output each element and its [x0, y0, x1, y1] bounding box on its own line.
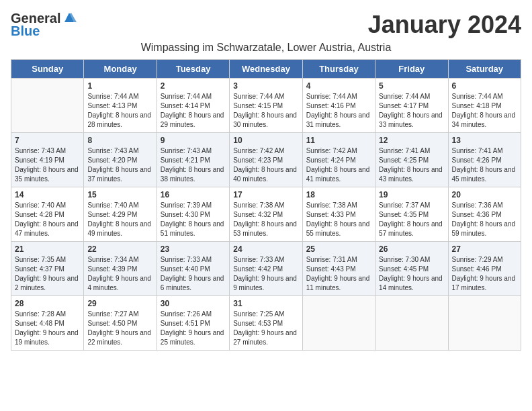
- day-number: 14: [15, 190, 80, 199]
- day-info: Sunrise: 7:38 AMSunset: 4:33 PMDaylight:…: [306, 201, 371, 238]
- day-info: Sunrise: 7:39 AMSunset: 4:30 PMDaylight:…: [161, 201, 226, 238]
- day-info: Sunrise: 7:44 AMSunset: 4:15 PMDaylight:…: [233, 92, 298, 130]
- weekday-header-friday: Friday: [375, 60, 448, 79]
- day-number: 17: [233, 190, 298, 199]
- location-subtitle: Wimpassing im Schwarzatale, Lower Austri…: [11, 42, 521, 54]
- calendar-day-cell: [375, 296, 448, 351]
- calendar-day-cell: 29Sunrise: 7:27 AMSunset: 4:50 PMDayligh…: [84, 296, 157, 351]
- weekday-header-thursday: Thursday: [302, 60, 375, 79]
- day-number: 22: [87, 244, 152, 254]
- calendar-day-cell: 5Sunrise: 7:44 AMSunset: 4:17 PMDaylight…: [375, 79, 448, 133]
- calendar-day-cell: 11Sunrise: 7:42 AMSunset: 4:24 PMDayligh…: [302, 133, 375, 187]
- calendar-day-cell: 7Sunrise: 7:43 AMSunset: 4:19 PMDaylight…: [11, 133, 84, 187]
- day-info: Sunrise: 7:37 AMSunset: 4:35 PMDaylight:…: [379, 201, 444, 238]
- day-info: Sunrise: 7:28 AMSunset: 4:48 PMDaylight:…: [15, 310, 80, 347]
- day-info: Sunrise: 7:44 AMSunset: 4:14 PMDaylight:…: [161, 92, 226, 130]
- calendar-day-cell: 10Sunrise: 7:42 AMSunset: 4:23 PMDayligh…: [230, 133, 302, 187]
- calendar-day-cell: 25Sunrise: 7:31 AMSunset: 4:43 PMDayligh…: [302, 242, 375, 296]
- calendar-day-cell: [302, 296, 375, 351]
- calendar-week-row: 1Sunrise: 7:44 AMSunset: 4:13 PMDaylight…: [11, 79, 521, 133]
- calendar-week-row: 7Sunrise: 7:43 AMSunset: 4:19 PMDaylight…: [11, 133, 521, 187]
- day-number: 20: [452, 190, 517, 199]
- day-info: Sunrise: 7:40 AMSunset: 4:29 PMDaylight:…: [87, 201, 152, 238]
- day-info: Sunrise: 7:26 AMSunset: 4:51 PMDaylight:…: [161, 310, 226, 347]
- day-number: 7: [15, 136, 80, 145]
- day-info: Sunrise: 7:29 AMSunset: 4:46 PMDaylight:…: [452, 255, 517, 293]
- day-number: 10: [233, 136, 298, 145]
- calendar-week-row: 14Sunrise: 7:40 AMSunset: 4:28 PMDayligh…: [11, 187, 521, 242]
- calendar-day-cell: 27Sunrise: 7:29 AMSunset: 4:46 PMDayligh…: [448, 242, 521, 296]
- day-number: 9: [161, 136, 226, 145]
- day-number: 18: [306, 190, 371, 199]
- calendar-day-cell: 8Sunrise: 7:43 AMSunset: 4:20 PMDaylight…: [84, 133, 157, 187]
- day-number: 24: [233, 244, 298, 254]
- day-info: Sunrise: 7:27 AMSunset: 4:50 PMDaylight:…: [87, 310, 152, 347]
- day-number: 31: [233, 299, 298, 308]
- calendar-day-cell: 24Sunrise: 7:33 AMSunset: 4:42 PMDayligh…: [230, 242, 302, 296]
- day-info: Sunrise: 7:33 AMSunset: 4:42 PMDaylight:…: [233, 255, 298, 293]
- day-info: Sunrise: 7:31 AMSunset: 4:43 PMDaylight:…: [306, 255, 371, 293]
- weekday-header-sunday: Sunday: [11, 60, 84, 79]
- calendar-day-cell: 31Sunrise: 7:25 AMSunset: 4:53 PMDayligh…: [230, 296, 302, 351]
- day-number: 12: [379, 136, 444, 145]
- day-number: 26: [379, 244, 444, 254]
- day-number: 8: [87, 136, 152, 145]
- day-number: 19: [379, 190, 444, 199]
- calendar-day-cell: 15Sunrise: 7:40 AMSunset: 4:29 PMDayligh…: [84, 187, 157, 242]
- day-info: Sunrise: 7:43 AMSunset: 4:21 PMDaylight:…: [161, 146, 226, 184]
- calendar-day-cell: [11, 79, 84, 133]
- weekday-header-tuesday: Tuesday: [157, 60, 229, 79]
- day-number: 15: [87, 190, 152, 199]
- weekday-header-monday: Monday: [84, 60, 157, 79]
- calendar-day-cell: 19Sunrise: 7:37 AMSunset: 4:35 PMDayligh…: [375, 187, 448, 242]
- calendar-day-cell: 14Sunrise: 7:40 AMSunset: 4:28 PMDayligh…: [11, 187, 84, 242]
- day-number: 4: [306, 81, 371, 91]
- weekday-header-wednesday: Wednesday: [230, 60, 302, 79]
- calendar-day-cell: 30Sunrise: 7:26 AMSunset: 4:51 PMDayligh…: [157, 296, 229, 351]
- day-info: Sunrise: 7:40 AMSunset: 4:28 PMDaylight:…: [15, 201, 80, 238]
- calendar-day-cell: 28Sunrise: 7:28 AMSunset: 4:48 PMDayligh…: [11, 296, 84, 351]
- day-info: Sunrise: 7:33 AMSunset: 4:40 PMDaylight:…: [161, 255, 226, 293]
- day-number: 25: [306, 244, 371, 254]
- day-info: Sunrise: 7:35 AMSunset: 4:37 PMDaylight:…: [15, 255, 80, 293]
- calendar-table: SundayMondayTuesdayWednesdayThursdayFrid…: [11, 59, 521, 351]
- calendar-week-row: 28Sunrise: 7:28 AMSunset: 4:48 PMDayligh…: [11, 296, 521, 351]
- day-info: Sunrise: 7:44 AMSunset: 4:18 PMDaylight:…: [452, 92, 517, 130]
- day-number: 29: [87, 299, 152, 308]
- day-number: 30: [161, 299, 226, 308]
- day-info: Sunrise: 7:42 AMSunset: 4:24 PMDaylight:…: [306, 146, 371, 184]
- calendar-day-cell: 23Sunrise: 7:33 AMSunset: 4:40 PMDayligh…: [157, 242, 229, 296]
- logo-icon: [62, 10, 77, 25]
- page-header: General Blue January 2024: [11, 11, 521, 39]
- day-info: Sunrise: 7:41 AMSunset: 4:25 PMDaylight:…: [379, 146, 444, 184]
- day-number: 6: [452, 81, 517, 91]
- day-info: Sunrise: 7:43 AMSunset: 4:20 PMDaylight:…: [87, 146, 152, 184]
- day-number: 16: [161, 190, 226, 199]
- calendar-day-cell: 20Sunrise: 7:36 AMSunset: 4:36 PMDayligh…: [448, 187, 521, 242]
- calendar-day-cell: 17Sunrise: 7:38 AMSunset: 4:32 PMDayligh…: [230, 187, 302, 242]
- weekday-header-saturday: Saturday: [448, 60, 521, 79]
- day-info: Sunrise: 7:38 AMSunset: 4:32 PMDaylight:…: [233, 201, 298, 238]
- calendar-day-cell: 4Sunrise: 7:44 AMSunset: 4:16 PMDaylight…: [302, 79, 375, 133]
- day-number: 2: [161, 81, 226, 91]
- calendar-day-cell: 21Sunrise: 7:35 AMSunset: 4:37 PMDayligh…: [11, 242, 84, 296]
- day-number: 11: [306, 136, 371, 145]
- calendar-day-cell: [448, 296, 521, 351]
- calendar-day-cell: 18Sunrise: 7:38 AMSunset: 4:33 PMDayligh…: [302, 187, 375, 242]
- day-info: Sunrise: 7:25 AMSunset: 4:53 PMDaylight:…: [233, 310, 298, 347]
- day-info: Sunrise: 7:44 AMSunset: 4:16 PMDaylight:…: [306, 92, 371, 130]
- calendar-day-cell: 13Sunrise: 7:41 AMSunset: 4:26 PMDayligh…: [448, 133, 521, 187]
- logo: General Blue: [11, 11, 77, 39]
- calendar-day-cell: 12Sunrise: 7:41 AMSunset: 4:25 PMDayligh…: [375, 133, 448, 187]
- calendar-day-cell: 1Sunrise: 7:44 AMSunset: 4:13 PMDaylight…: [84, 79, 157, 133]
- calendar-day-cell: 2Sunrise: 7:44 AMSunset: 4:14 PMDaylight…: [157, 79, 229, 133]
- calendar-week-row: 21Sunrise: 7:35 AMSunset: 4:37 PMDayligh…: [11, 242, 521, 296]
- day-info: Sunrise: 7:44 AMSunset: 4:17 PMDaylight:…: [379, 92, 444, 130]
- day-number: 3: [233, 81, 298, 91]
- weekday-header-row: SundayMondayTuesdayWednesdayThursdayFrid…: [11, 60, 521, 79]
- day-number: 23: [161, 244, 226, 254]
- calendar-day-cell: 9Sunrise: 7:43 AMSunset: 4:21 PMDaylight…: [157, 133, 229, 187]
- day-info: Sunrise: 7:43 AMSunset: 4:19 PMDaylight:…: [15, 146, 80, 184]
- day-info: Sunrise: 7:34 AMSunset: 4:39 PMDaylight:…: [87, 255, 152, 293]
- day-number: 28: [15, 299, 80, 308]
